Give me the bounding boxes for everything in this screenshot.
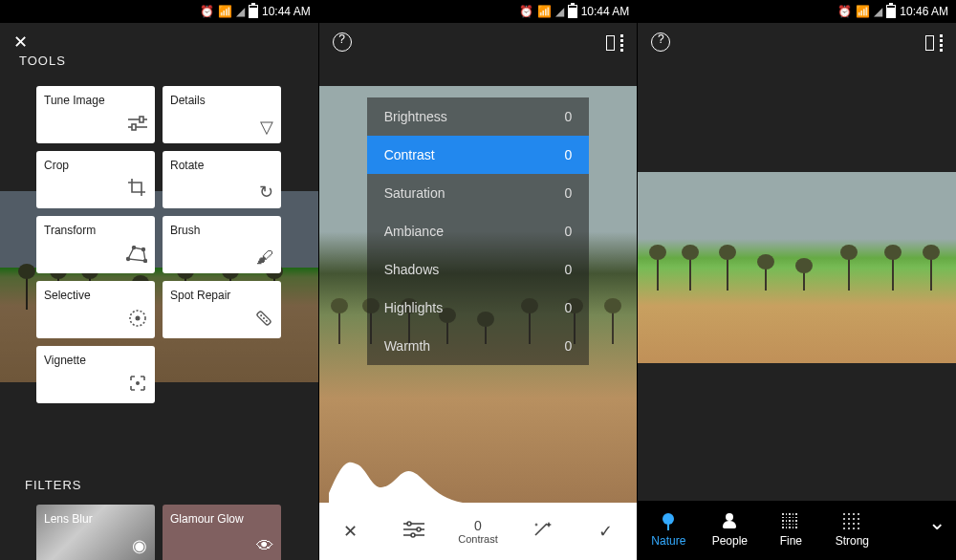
alarm-icon: ⏰ bbox=[837, 5, 852, 18]
svg-rect-2 bbox=[140, 117, 143, 122]
sliders-icon bbox=[403, 521, 424, 543]
histogram bbox=[329, 455, 463, 503]
apply-button[interactable]: ✓ bbox=[574, 521, 638, 542]
tab-nature[interactable]: Nature bbox=[638, 501, 699, 560]
cancel-button[interactable]: ✕ bbox=[319, 521, 383, 542]
param-highlights[interactable]: Highlights0 bbox=[367, 289, 590, 327]
close-icon[interactable] bbox=[13, 32, 28, 53]
fine-icon bbox=[782, 513, 799, 530]
svg-rect-3 bbox=[132, 124, 136, 130]
tool-brush[interactable]: Brush 🖌 bbox=[163, 216, 281, 273]
crop-icon bbox=[128, 179, 147, 203]
svg-point-11 bbox=[260, 314, 263, 317]
status-bar: ⏰ 📶 ◢ 10:44 AM bbox=[319, 0, 638, 23]
help-icon[interactable] bbox=[333, 32, 352, 52]
alarm-icon: ⏰ bbox=[519, 5, 533, 18]
tool-crop[interactable]: Crop bbox=[36, 151, 155, 208]
top-bar bbox=[638, 23, 956, 61]
clock: 10:44 AM bbox=[262, 5, 311, 18]
current-value: 0 Contrast bbox=[446, 518, 511, 545]
param-saturation[interactable]: Saturation0 bbox=[367, 174, 590, 212]
screen-tools: ⏰ 📶 ◢ 10:44 AM TOOLS Tune Image bbox=[0, 0, 319, 560]
rotate-icon: ↻ bbox=[259, 182, 273, 203]
alarm-icon: ⏰ bbox=[200, 5, 214, 18]
svg-point-12 bbox=[263, 317, 266, 320]
clock: 10:46 AM bbox=[900, 5, 948, 18]
svg-point-6 bbox=[142, 248, 145, 251]
svg-point-4 bbox=[127, 258, 130, 261]
glamour-glow-icon: 👁 bbox=[256, 536, 273, 556]
details-icon: ▽ bbox=[260, 117, 273, 138]
nature-icon bbox=[660, 513, 677, 530]
screen-looks: ⏰ 📶 ◢ 10:46 AM Nature Peo bbox=[638, 0, 956, 560]
vignette-icon bbox=[128, 374, 147, 398]
tool-details[interactable]: Details ▽ bbox=[163, 86, 281, 143]
check-icon: ✓ bbox=[598, 521, 613, 542]
magic-wand-icon bbox=[532, 520, 553, 544]
tab-fine[interactable]: Fine bbox=[760, 501, 821, 560]
compare-icon[interactable] bbox=[606, 33, 623, 51]
battery-icon bbox=[249, 5, 258, 18]
svg-point-19 bbox=[417, 528, 421, 531]
photo-preview[interactable] bbox=[638, 172, 956, 363]
top-bar bbox=[0, 23, 318, 61]
svg-point-9 bbox=[136, 316, 141, 321]
people-icon bbox=[721, 513, 738, 530]
strong-icon bbox=[843, 513, 860, 530]
filters-row: Lens Blur ◉ Glamour Glow 👁 bbox=[36, 505, 285, 560]
tool-transform[interactable]: Transform bbox=[36, 216, 155, 273]
signal-icon: ◢ bbox=[555, 5, 564, 18]
auto-button[interactable] bbox=[510, 520, 574, 544]
screen-tune: ⏰ 📶 ◢ 10:44 AM Brightness0 Contrast0 Sat… bbox=[319, 0, 639, 560]
looks-tabs: Nature People Fine Strong bbox=[638, 501, 956, 560]
tools-grid: Tune Image Details ▽ Crop Rotate ↻ Tra bbox=[36, 86, 285, 403]
svg-point-7 bbox=[144, 260, 147, 263]
spot-repair-icon bbox=[254, 309, 273, 333]
signal-icon: ◢ bbox=[236, 5, 245, 18]
compare-icon[interactable] bbox=[925, 33, 943, 51]
svg-point-20 bbox=[411, 533, 415, 537]
close-icon: ✕ bbox=[343, 521, 358, 542]
filters-header: FILTERS bbox=[25, 478, 82, 492]
top-bar bbox=[319, 23, 638, 61]
param-contrast[interactable]: Contrast0 bbox=[367, 136, 590, 174]
wifi-icon: 📶 bbox=[218, 5, 232, 18]
wifi-icon: 📶 bbox=[537, 5, 552, 18]
tool-rotate[interactable]: Rotate ↻ bbox=[163, 151, 281, 208]
param-ambiance[interactable]: Ambiance0 bbox=[367, 212, 590, 250]
svg-point-13 bbox=[265, 319, 268, 322]
filter-lens-blur[interactable]: Lens Blur ◉ bbox=[36, 505, 155, 560]
param-shadows[interactable]: Shadows0 bbox=[367, 250, 590, 289]
status-bar: ⏰ 📶 ◢ 10:46 AM bbox=[638, 0, 956, 23]
filter-glamour-glow[interactable]: Glamour Glow 👁 bbox=[163, 505, 281, 560]
param-warmth[interactable]: Warmth0 bbox=[367, 327, 590, 365]
tool-selective[interactable]: Selective bbox=[36, 281, 155, 338]
battery-icon bbox=[568, 5, 577, 18]
battery-icon bbox=[886, 5, 896, 18]
clock: 10:44 AM bbox=[581, 5, 630, 18]
tune-param-list[interactable]: Brightness0 Contrast0 Saturation0 Ambian… bbox=[367, 97, 590, 365]
svg-point-14 bbox=[136, 381, 140, 385]
selective-icon bbox=[128, 309, 147, 333]
tool-tune-image[interactable]: Tune Image bbox=[36, 86, 155, 143]
tool-spot-repair[interactable]: Spot Repair bbox=[163, 281, 281, 338]
tab-strong[interactable]: Strong bbox=[821, 501, 882, 560]
signal-icon: ◢ bbox=[874, 5, 882, 18]
transform-icon bbox=[126, 246, 147, 268]
wifi-icon: 📶 bbox=[856, 5, 870, 18]
svg-line-21 bbox=[535, 524, 547, 535]
status-bar: ⏰ 📶 ◢ 10:44 AM bbox=[0, 0, 318, 23]
tune-icon bbox=[128, 116, 147, 138]
collapse-button[interactable] bbox=[918, 501, 956, 560]
tab-people[interactable]: People bbox=[699, 501, 760, 560]
tool-vignette[interactable]: Vignette bbox=[36, 346, 155, 403]
help-icon[interactable] bbox=[651, 32, 670, 52]
lens-blur-icon: ◉ bbox=[132, 535, 147, 556]
param-brightness[interactable]: Brightness0 bbox=[367, 97, 590, 136]
bottom-bar: ✕ 0 Contrast ✓ bbox=[319, 503, 638, 560]
brush-icon: 🖌 bbox=[256, 248, 273, 268]
svg-point-18 bbox=[407, 522, 411, 526]
param-switch-button[interactable] bbox=[382, 521, 446, 543]
svg-point-5 bbox=[133, 247, 136, 249]
